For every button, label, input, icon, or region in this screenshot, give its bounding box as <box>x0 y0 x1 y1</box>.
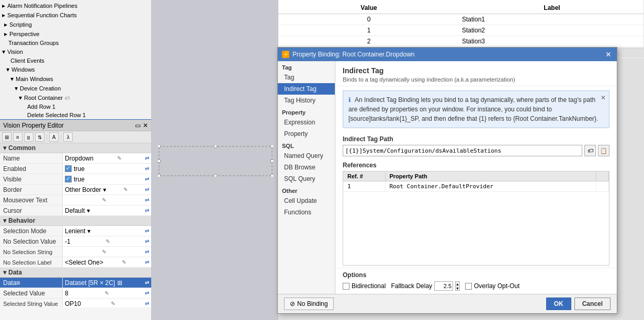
section-common[interactable]: ▾ Common <box>0 143 151 153</box>
overlay-opt-out-checkbox[interactable] <box>465 283 472 290</box>
grid-icon[interactable]: ⊞ <box>117 279 122 287</box>
visible-checkbox[interactable] <box>65 176 72 182</box>
link-icon[interactable]: ⇄ <box>145 187 149 192</box>
tree-item-delete-row[interactable]: Delete Selected Row 1 <box>0 111 151 119</box>
info-text: An Indirect Tag Binding lets you bind to… <box>348 96 598 122</box>
edit-icon[interactable]: ✎ <box>102 197 106 203</box>
prop-label-enabled: Enabled <box>0 164 63 174</box>
sidebar-item-tag-history[interactable]: Tag History <box>278 95 335 106</box>
svg-point-3 <box>270 145 273 148</box>
close-btn[interactable]: ✕ <box>143 122 148 129</box>
sidebar-item-expression[interactable]: Expression <box>278 117 335 128</box>
binding-type-subtitle: Binds to a tag dynamically using indirec… <box>343 76 609 83</box>
expand-icon: ▾ <box>3 269 6 276</box>
copy-icon[interactable]: 📋 <box>598 145 609 156</box>
sidebar-item-tag[interactable]: Tag <box>278 72 335 83</box>
edit-icon[interactable]: ✎ <box>102 249 106 255</box>
tree-item-root-container[interactable]: ▾ Root Container 🏷 <box>0 93 151 102</box>
dialog-close-button[interactable]: ✕ <box>604 50 613 59</box>
toolbar-col-btn[interactable]: ⫼ <box>24 132 33 142</box>
tree-item-add-row[interactable]: Add Row 1 <box>0 102 151 111</box>
section-behavior[interactable]: ▾ Behavior <box>0 216 151 226</box>
link-icon[interactable]: ⇄ <box>145 166 149 172</box>
link-icon[interactable]: ⇄ <box>145 301 149 306</box>
sidebar-item-indirect-tag[interactable]: Indirect Tag <box>278 83 335 95</box>
tree-item-client-events[interactable]: Client Events <box>0 56 151 65</box>
tree-item-main-windows[interactable]: ▾ Main Windows <box>0 74 151 84</box>
tree-item-transaction[interactable]: Transaction Groups <box>0 39 151 47</box>
cancel-button[interactable]: Cancel <box>574 298 611 310</box>
link-icon[interactable]: ⇄ <box>145 176 149 182</box>
tree-item-perspective[interactable]: ▸ Perspective <box>0 29 151 39</box>
sidebar-item-db-browse[interactable]: DB Browse <box>278 162 335 173</box>
toolbar-grid-btn[interactable]: ⊞ <box>2 132 12 142</box>
prop-label-no-sel-label: No Selection Label <box>0 257 63 267</box>
prop-row-cursor: Cursor Default ▾ ⇄ <box>0 205 151 216</box>
section-common-label: Common <box>8 144 36 152</box>
edit-icon[interactable]: ✎ <box>106 238 110 244</box>
table-row: 0 Station1 <box>277 14 643 25</box>
spinner-up-btn[interactable]: ▲ <box>456 282 459 286</box>
link-icon[interactable]: ⇄ <box>145 238 149 244</box>
edit-icon[interactable]: ✎ <box>105 290 109 296</box>
edit-icon[interactable]: ✎ <box>122 259 126 265</box>
sidebar-item-cell-update[interactable]: Cell Update <box>278 195 335 207</box>
toolbar-list-btn[interactable]: ≡ <box>13 132 22 142</box>
project-tree[interactable]: ▸ Alarm Notification Pipelines ▸ Sequent… <box>0 0 151 120</box>
svg-point-2 <box>214 145 217 148</box>
tree-item-device-creation[interactable]: ▾ Device Creation <box>0 84 151 93</box>
property-binding-dialog: ⚡ Property Binding: Root Container.Dropd… <box>277 47 617 314</box>
spinner-down-btn[interactable]: ▼ <box>456 286 459 290</box>
link-icon[interactable]: ⇄ <box>145 290 149 296</box>
sidebar-item-named-query[interactable]: Named Query <box>278 150 335 162</box>
tree-item-alarm[interactable]: ▸ Alarm Notification Pipelines <box>0 1 151 10</box>
info-banner: ℹ An Indirect Tag Binding lets you bind … <box>343 90 609 128</box>
toolbar-sort-btn[interactable]: ⇅ <box>35 132 44 142</box>
overlay-opt-out-option: Overlay Opt-Out <box>465 282 519 290</box>
enabled-checkbox[interactable] <box>65 165 72 172</box>
expand-icon: ▾ <box>3 217 6 224</box>
section-data[interactable]: ▾ Data <box>0 268 151 278</box>
fallback-delay-input[interactable] <box>434 281 453 291</box>
references-table: Ref. # Property Path 1 Root Container.De… <box>343 171 609 266</box>
link-icon[interactable]: ⇄ <box>145 208 149 213</box>
link-icon[interactable]: ⇄ <box>145 259 149 265</box>
no-binding-button[interactable]: ⊘ No Binding <box>284 298 334 310</box>
svg-point-4 <box>158 159 161 163</box>
path-input[interactable] <box>343 145 582 156</box>
prop-row-no-sel-value: No Selection Value -1 ✎ ⇄ <box>0 236 151 247</box>
fallback-delay-spinner[interactable]: ▲ ▼ <box>455 281 460 291</box>
tree-item-vision[interactable]: ▾ Vision <box>0 47 151 56</box>
edit-icon[interactable]: ✎ <box>111 301 115 306</box>
sidebar-item-sql-query[interactable]: SQL Query <box>278 173 335 185</box>
ok-button[interactable]: OK <box>546 298 571 310</box>
bidirectional-checkbox[interactable] <box>343 283 349 290</box>
link-icon[interactable]: ⇄ <box>145 197 149 203</box>
tree-item-scripting[interactable]: ▸ Scripting <box>0 20 151 29</box>
edit-icon[interactable]: ✎ <box>123 187 128 192</box>
toolbar-alpha-btn[interactable]: Α <box>49 132 59 142</box>
prop-label-border: Border <box>0 185 63 195</box>
dialog-title: Property Binding: Root Container.Dropdow… <box>292 51 414 58</box>
link-icon[interactable]: ⇄ <box>145 249 149 255</box>
ref-action-cell <box>596 181 609 192</box>
link-icon[interactable]: ⇄ <box>145 280 149 285</box>
link-icon[interactable]: ⇄ <box>145 155 149 161</box>
tree-item-sfc[interactable]: ▸ Sequential Function Charts <box>0 10 151 20</box>
prop-row-data: Data ⊞ Dataset [5R × 2C] ⊞ ⇄ <box>0 278 151 288</box>
link-icon[interactable]: ⇄ <box>145 228 149 234</box>
minimize-btn[interactable]: ▭ <box>135 122 141 129</box>
info-icon: ℹ <box>348 96 351 104</box>
prop-label-mouseover: Mouseover Text <box>0 195 63 205</box>
sidebar-item-property[interactable]: Property <box>278 128 335 140</box>
sidebar-item-functions[interactable]: Functions <box>278 207 335 218</box>
tag-browse-icon[interactable]: 🏷 <box>584 145 596 156</box>
dialog-titlebar: ⚡ Property Binding: Root Container.Dropd… <box>278 48 617 61</box>
edit-icon[interactable]: ✎ <box>117 155 121 161</box>
info-close-btn[interactable]: ✕ <box>601 93 606 102</box>
binding-content: Indirect Tag Binds to a tag dynamically … <box>335 61 617 294</box>
toolbar-lambda-btn[interactable]: λ <box>63 132 73 142</box>
dialog-body: Tag Tag Indirect Tag Tag History Propert… <box>278 61 617 294</box>
tree-item-windows[interactable]: ▾ Windows <box>0 65 151 74</box>
prop-value-name: Dropdown ✎ ⇄ <box>63 153 151 163</box>
